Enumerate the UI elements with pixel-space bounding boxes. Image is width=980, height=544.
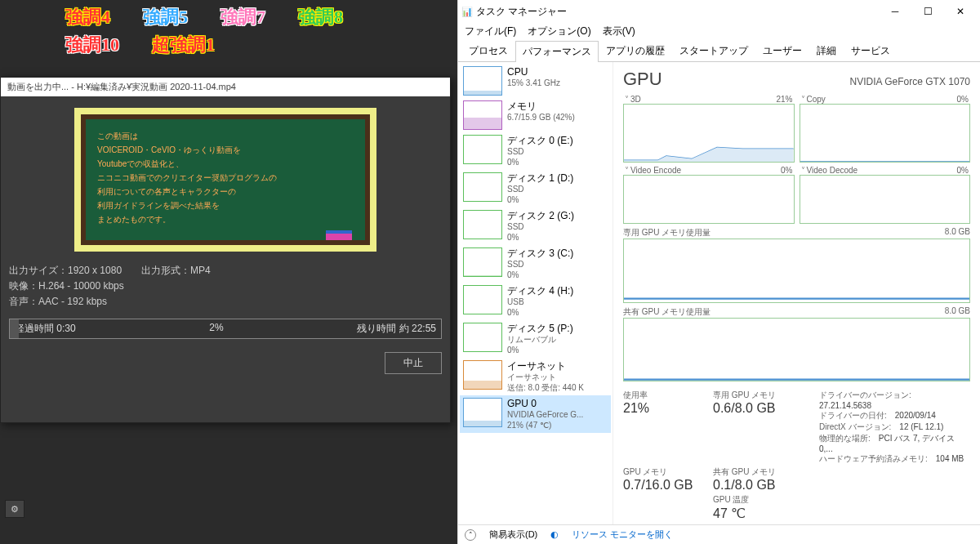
cancel-button[interactable]: 中止 bbox=[385, 352, 442, 374]
close-button[interactable]: ✕ bbox=[944, 1, 977, 22]
sidebar-item[interactable]: イーサネットイーサネット送信: 8.0 受信: 440 K bbox=[460, 358, 611, 395]
gpu-title: GPU bbox=[623, 69, 662, 90]
export-dialog: 動画を出力中... - H:¥編集済み¥実況動画 2020-11-04.mp4 … bbox=[0, 77, 451, 423]
export-info: 出力サイズ：1920 x 1080 出力形式：MP4 映像：H.264 - 10… bbox=[9, 263, 442, 310]
tab[interactable]: パフォーマンス bbox=[515, 41, 599, 62]
emphasis-tag[interactable]: 強調4 bbox=[65, 5, 110, 29]
gpu-stats: 使用率21% 専用 GPU メモリ0.6/8.0 GB ドライバーのバージョン:… bbox=[623, 390, 970, 521]
svg-marker-0 bbox=[624, 148, 794, 163]
graph-shared-memory[interactable] bbox=[623, 318, 970, 382]
resource-monitor-link[interactable]: リソース モニターを開く bbox=[572, 528, 673, 541]
maximize-button[interactable]: ☐ bbox=[911, 1, 944, 22]
preview-thumbnail: この動画はVOICEROID・CeVIO・ゆっくり動画をYoutubeでの収益化… bbox=[74, 108, 376, 252]
tab[interactable]: ユーザー bbox=[755, 40, 809, 61]
menu-item[interactable]: ファイル(F) bbox=[465, 25, 516, 38]
graph-dedicated-memory[interactable] bbox=[623, 239, 970, 303]
gpu-panel: GPU NVIDIA GeForce GTX 1070 ˅3D21% ˅Copy… bbox=[613, 62, 980, 524]
titlebar[interactable]: 📊 タスク マネージャー ─ ☐ ✕ bbox=[458, 0, 980, 23]
tab[interactable]: プロセス bbox=[461, 40, 515, 61]
graph-3d[interactable] bbox=[623, 104, 795, 163]
minimize-button[interactable]: ─ bbox=[879, 1, 911, 22]
tab[interactable]: アプリの履歴 bbox=[599, 40, 672, 61]
sidebar-item[interactable]: ディスク 0 (E:)SSD0% bbox=[460, 132, 611, 170]
sidebar-item[interactable]: ディスク 5 (P:)リムーバブル0% bbox=[460, 320, 611, 358]
app-icon: 📊 bbox=[461, 7, 473, 17]
sidebar-item[interactable]: ディスク 1 (D:)SSD0% bbox=[460, 170, 611, 207]
sidebar-item[interactable]: ディスク 2 (G:)SSD0% bbox=[460, 207, 611, 245]
sidebar-item[interactable]: CPU15% 3.41 GHz bbox=[460, 64, 611, 98]
menu-item[interactable]: オプション(O) bbox=[528, 25, 590, 38]
tab[interactable]: 詳細 bbox=[809, 40, 844, 61]
task-manager-window: 📊 タスク マネージャー ─ ☐ ✕ ファイル(F)オプション(O)表示(V) … bbox=[457, 0, 980, 544]
sidebar-item[interactable]: GPU 0NVIDIA GeForce G...21% (47 ℃) bbox=[460, 395, 611, 433]
collapse-icon[interactable]: ˄ bbox=[465, 529, 476, 541]
graph-copy[interactable] bbox=[800, 104, 971, 163]
export-title: 動画を出力中... - H:¥編集済み¥実況動画 2020-11-04.mp4 bbox=[1, 78, 450, 96]
graph-video-encode[interactable] bbox=[623, 175, 795, 224]
settings-button[interactable]: ⚙ bbox=[5, 500, 24, 518]
tab[interactable]: スタートアップ bbox=[672, 40, 755, 61]
emphasis-tag[interactable]: 強調8 bbox=[298, 5, 343, 29]
emphasis-tag[interactable]: 超強調1 bbox=[152, 33, 215, 57]
sidebar-item[interactable]: ディスク 4 (H:)USB0% bbox=[460, 283, 611, 320]
emphasis-tag[interactable]: 強調10 bbox=[65, 33, 119, 57]
menu-bar: ファイル(F)オプション(O)表示(V) bbox=[458, 23, 980, 40]
window-title: タスク マネージャー bbox=[473, 5, 879, 19]
sidebar-item[interactable]: メモリ6.7/15.9 GB (42%) bbox=[460, 98, 611, 132]
graph-video-decode[interactable] bbox=[800, 175, 971, 224]
tab-bar: プロセスパフォーマンスアプリの履歴スタートアップユーザー詳細サービス bbox=[458, 40, 980, 62]
emphasis-tag[interactable]: 強調7 bbox=[220, 5, 265, 29]
menu-item[interactable]: 表示(V) bbox=[603, 25, 635, 38]
brief-view-link[interactable]: 簡易表示(D) bbox=[489, 528, 537, 541]
sidebar-item[interactable]: ディスク 3 (C:)SSD0% bbox=[460, 245, 611, 283]
emphasis-tag[interactable]: 強調5 bbox=[143, 5, 188, 29]
footer: ˄ 簡易表示(D) ◐ リソース モニターを開く bbox=[458, 524, 980, 544]
progress-bar: 経過時間 0:30 2% 残り時間 約 22:55 bbox=[9, 319, 442, 339]
tab[interactable]: サービス bbox=[844, 40, 898, 61]
gpu-name: NVIDIA GeForce GTX 1070 bbox=[850, 76, 970, 87]
performance-sidebar: CPU15% 3.41 GHzメモリ6.7/15.9 GB (42%)ディスク … bbox=[458, 62, 613, 524]
